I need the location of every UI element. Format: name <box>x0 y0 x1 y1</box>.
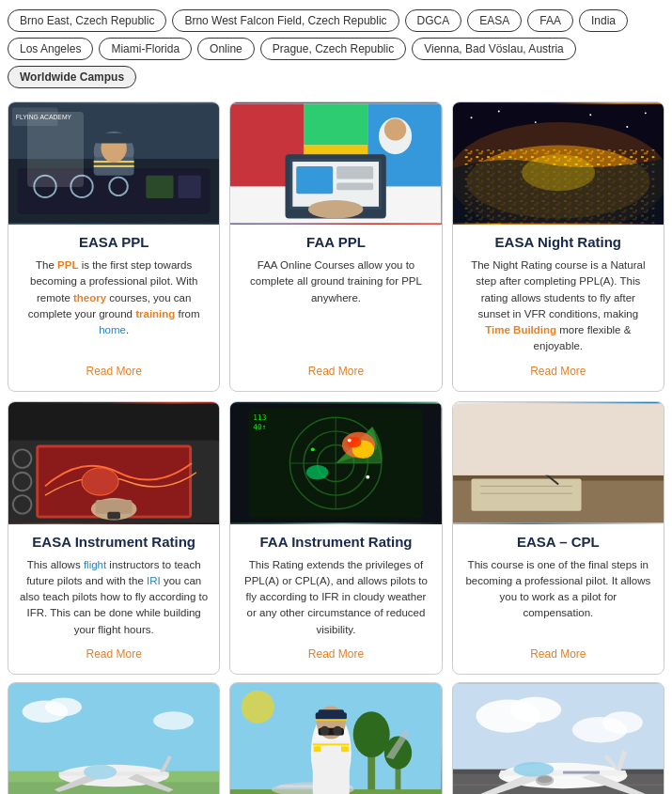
svg-point-29 <box>308 200 364 219</box>
svg-point-42 <box>497 110 499 112</box>
svg-text:113: 113 <box>254 413 267 422</box>
svg-point-114 <box>334 726 343 736</box>
svg-point-126 <box>509 696 561 722</box>
svg-point-102 <box>153 711 194 730</box>
card-image-2 <box>453 102 664 225</box>
svg-point-113 <box>320 726 330 736</box>
svg-point-133 <box>513 762 554 777</box>
tag-7[interactable]: Miami-Florida <box>99 38 192 60</box>
svg-point-128 <box>602 711 643 733</box>
svg-point-135 <box>537 775 552 783</box>
card-description-4: This Rating extends the privileges of PP… <box>242 557 430 638</box>
svg-point-31 <box>384 118 406 140</box>
bottom-row <box>0 682 672 794</box>
card-description-2: The Night Rating course is a Natural ste… <box>464 257 652 355</box>
svg-point-41 <box>470 117 472 118</box>
svg-rect-116 <box>313 743 350 745</box>
svg-rect-120 <box>316 712 347 720</box>
card-title-2: EASA Night Rating <box>464 234 652 250</box>
card-5: EASA – CPLThis course is one of the fina… <box>452 401 664 675</box>
read-more-link-5[interactable]: Read More <box>464 647 652 661</box>
bottom-card-image-2 <box>453 683 664 794</box>
svg-rect-117 <box>314 746 321 752</box>
svg-point-40 <box>522 154 595 191</box>
svg-point-69 <box>348 438 352 442</box>
svg-rect-27 <box>336 166 373 179</box>
card-image-4: 113 40↑ <box>230 402 441 524</box>
card-2: EASA Night RatingThe Night Rating course… <box>452 101 664 392</box>
svg-point-44 <box>589 114 591 116</box>
card-description-5: This course is one of the final steps in… <box>464 557 652 638</box>
svg-point-70 <box>311 447 315 451</box>
card-description-3: This allows flight instructors to teach … <box>20 557 208 638</box>
svg-rect-7 <box>178 176 200 198</box>
card-title-5: EASA – CPL <box>464 534 652 550</box>
read-more-link-0[interactable]: Read More <box>20 365 208 378</box>
svg-rect-57 <box>107 511 120 519</box>
read-more-link-4[interactable]: Read More <box>242 647 430 661</box>
card-0: FLYING ACADEMY EASA PPLThe PPL is the fi… <box>8 101 220 392</box>
card-description-0: The PPL is the first step towards becomi… <box>20 257 208 355</box>
bottom-card-image-1 <box>230 683 441 794</box>
svg-point-46 <box>645 112 647 114</box>
svg-point-68 <box>306 464 328 479</box>
tag-1[interactable]: Brno West Falcon Field, Czech Republic <box>172 9 399 32</box>
read-more-link-3[interactable]: Read More <box>20 647 208 661</box>
svg-point-51 <box>82 467 118 494</box>
svg-rect-6 <box>146 176 173 198</box>
svg-rect-11 <box>94 165 134 167</box>
svg-rect-77 <box>471 478 581 510</box>
svg-point-122 <box>242 691 274 724</box>
tag-4[interactable]: FAA <box>527 9 573 32</box>
card-title-4: FAA Instrument Rating <box>242 534 430 550</box>
tag-9[interactable]: Prague, Czech Republic <box>260 38 406 60</box>
svg-point-101 <box>45 697 82 716</box>
card-image-1 <box>230 102 441 225</box>
svg-rect-26 <box>297 166 334 194</box>
tag-3[interactable]: EASA <box>467 9 522 32</box>
tag-5[interactable]: India <box>579 9 628 32</box>
svg-point-99 <box>84 765 117 780</box>
svg-rect-93 <box>453 403 664 475</box>
card-3: EASA Instrument RatingThis allows flight… <box>8 401 220 675</box>
svg-point-67 <box>347 436 362 447</box>
read-more-link-2[interactable]: Read More <box>464 365 652 378</box>
card-image-0: FLYING ACADEMY <box>8 102 219 225</box>
svg-point-105 <box>353 711 390 757</box>
bottom-card-0 <box>8 682 220 794</box>
svg-point-43 <box>534 121 536 123</box>
tag-0[interactable]: Brno East, Czech Republic <box>8 9 166 32</box>
svg-text:FLYING ACADEMY: FLYING ACADEMY <box>16 114 72 120</box>
card-4: 113 40↑ FAA Instrument RatingThis Rating… <box>229 401 442 675</box>
read-more-link-1[interactable]: Read More <box>242 365 430 378</box>
tag-11[interactable]: Worldwide Campus <box>8 66 136 88</box>
svg-rect-14 <box>96 136 133 144</box>
card-1: FAA PPLFAA Online Courses allow you to c… <box>229 101 442 392</box>
card-title-3: EASA Instrument Rating <box>20 534 208 550</box>
svg-rect-28 <box>336 182 373 190</box>
tag-10[interactable]: Vienna, Bad Vöslau, Austria <box>412 38 576 60</box>
tag-8[interactable]: Online <box>197 38 255 60</box>
svg-text:40↑: 40↑ <box>254 422 267 430</box>
tag-filter-row: Brno East, Czech RepublicBrno West Falco… <box>0 0 672 94</box>
tag-2[interactable]: DGCA <box>405 9 462 32</box>
tag-6[interactable]: Los Angeles <box>8 38 93 60</box>
svg-rect-118 <box>341 746 349 752</box>
svg-rect-136 <box>563 771 600 773</box>
card-image-3 <box>8 402 219 524</box>
svg-point-45 <box>626 126 628 128</box>
bottom-card-2 <box>452 682 664 794</box>
svg-rect-53 <box>96 500 133 514</box>
cards-grid: FLYING ACADEMY EASA PPLThe PPL is the fi… <box>0 94 672 682</box>
svg-rect-20 <box>304 104 367 146</box>
bottom-card-image-0 <box>8 683 219 794</box>
svg-point-71 <box>367 475 370 478</box>
card-image-5 <box>453 402 664 524</box>
card-title-0: EASA PPL <box>20 234 208 250</box>
card-description-1: FAA Online Courses allow you to complete… <box>242 257 430 355</box>
card-title-1: FAA PPL <box>242 234 430 250</box>
bottom-card-1 <box>229 682 442 794</box>
